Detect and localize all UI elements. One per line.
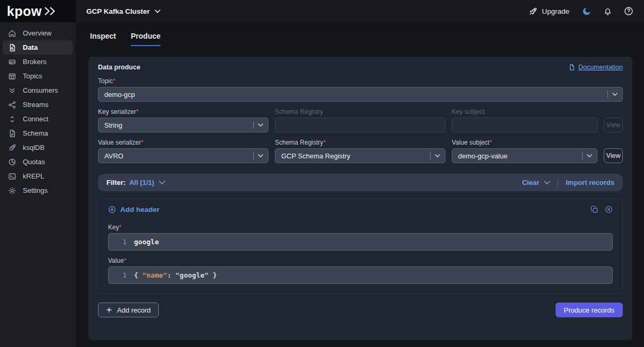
terminal-icon bbox=[8, 172, 16, 181]
key-view-button: View bbox=[604, 118, 623, 132]
sidebar-item-label: ksqlDB bbox=[23, 144, 44, 152]
key-schema-registry-input bbox=[275, 118, 445, 132]
sidebar-item-label: Connect bbox=[23, 115, 48, 123]
add-record-label: Add record bbox=[117, 306, 151, 314]
topic-value: demo-gcp bbox=[104, 91, 607, 99]
sidebar-item-krepl[interactable]: kREPL bbox=[3, 169, 73, 183]
chevron-down-icon bbox=[155, 10, 160, 13]
record-value-label: Value* bbox=[108, 257, 613, 264]
upgrade-button[interactable]: Upgrade bbox=[529, 7, 569, 16]
sidebar-item-label: Settings bbox=[23, 186, 48, 194]
record-key-label: Key* bbox=[108, 224, 613, 231]
filter-value: All (1/1) bbox=[129, 179, 154, 186]
import-records-button[interactable]: Import records bbox=[566, 179, 614, 186]
value-subject-value: demo-gcp-value bbox=[458, 152, 582, 160]
help-icon[interactable] bbox=[624, 6, 633, 16]
plus-circle-icon bbox=[108, 206, 116, 213]
key-schema-registry-label: Schema Registry bbox=[275, 108, 445, 115]
sidebar-item-streams[interactable]: Streams bbox=[3, 97, 73, 112]
tab-inspect[interactable]: Inspect bbox=[90, 32, 116, 46]
record-group: Add header Key* 1 google Value* 1 { "nam… bbox=[98, 198, 623, 294]
sidebar-item-label: Streams bbox=[23, 101, 48, 109]
line-number: 1 bbox=[109, 238, 127, 246]
theme-moon-icon[interactable] bbox=[582, 6, 592, 16]
value-serializer-select[interactable]: AVRO bbox=[98, 148, 269, 163]
brokers-icon bbox=[8, 58, 16, 66]
sidebar-item-brokers[interactable]: Brokers bbox=[3, 55, 73, 69]
gear-icon bbox=[8, 186, 16, 195]
clear-label: Clear bbox=[522, 179, 540, 186]
sidebar-item-ksqldb[interactable]: ksqlDB bbox=[3, 140, 73, 155]
divider bbox=[558, 179, 558, 187]
chevron-down-icon bbox=[544, 181, 550, 184]
filter-dropdown[interactable]: All (1/1) bbox=[129, 179, 165, 186]
value-subject-select[interactable]: demo-gcp-value bbox=[452, 148, 597, 163]
key-serializer-select[interactable]: String bbox=[98, 118, 269, 132]
notifications-bell-icon[interactable] bbox=[603, 7, 612, 16]
remove-record-icon[interactable] bbox=[605, 206, 613, 213]
sidebar-item-label: Brokers bbox=[23, 58, 47, 66]
add-header-button[interactable]: Add header bbox=[108, 206, 159, 213]
plus-icon bbox=[106, 307, 112, 313]
sidebar-item-data[interactable]: Data bbox=[3, 40, 73, 55]
topic-select[interactable]: demo-gcp bbox=[98, 87, 623, 102]
documentation-label: Documentation bbox=[578, 64, 623, 71]
key-subject-input bbox=[452, 118, 597, 132]
record-key-editor[interactable]: 1 google bbox=[108, 233, 613, 251]
topic-label: Topic* bbox=[98, 77, 623, 85]
sidebar-item-quotas[interactable]: Quotas bbox=[3, 155, 73, 169]
tab-bar: Inspect Produce bbox=[76, 22, 644, 46]
connect-sort-icon bbox=[8, 115, 16, 123]
chevron-down-icon bbox=[435, 154, 440, 157]
value-schema-registry-select[interactable]: GCP Schema Registry bbox=[275, 148, 445, 163]
rocket-icon bbox=[529, 7, 538, 16]
clear-button[interactable]: Clear bbox=[522, 179, 551, 186]
record-key-content: google bbox=[134, 238, 159, 246]
streams-share-icon bbox=[8, 101, 16, 109]
sidebar-item-label: Consumers bbox=[23, 86, 58, 94]
produce-records-button[interactable]: Produce records bbox=[556, 302, 623, 317]
chevron-down-icon bbox=[258, 154, 263, 157]
sidebar: Overview Data Brokers Topics Consumers S… bbox=[0, 22, 76, 347]
cluster-name: GCP Kafka Cluster bbox=[86, 7, 150, 15]
record-value-editor[interactable]: 1 { "name": "google" } bbox=[108, 266, 613, 284]
top-bar: kpow GCP Kafka Cluster Upgrade bbox=[0, 0, 644, 22]
data-file-icon bbox=[8, 43, 16, 52]
cluster-selector[interactable]: GCP Kafka Cluster bbox=[86, 7, 160, 15]
sidebar-item-label: Data bbox=[23, 43, 38, 51]
schema-file-icon bbox=[8, 129, 16, 138]
logo-chevrons-icon bbox=[44, 6, 58, 16]
documentation-link[interactable]: Documentation bbox=[568, 64, 623, 71]
sidebar-item-consumers[interactable]: Consumers bbox=[3, 83, 73, 97]
main-content: Inspect Produce Data produce Documentati… bbox=[76, 22, 644, 347]
tab-produce[interactable]: Produce bbox=[131, 32, 160, 46]
topics-table-icon bbox=[8, 72, 16, 81]
chevron-down-icon bbox=[587, 154, 592, 157]
sidebar-item-label: Schema bbox=[23, 129, 48, 137]
sidebar-item-schema[interactable]: Schema bbox=[3, 126, 73, 140]
sidebar-item-overview[interactable]: Overview bbox=[3, 26, 73, 40]
chevron-down-icon bbox=[159, 181, 165, 184]
rocket-icon bbox=[8, 144, 16, 152]
chevron-down-icon bbox=[258, 123, 263, 127]
value-view-button[interactable]: View bbox=[604, 148, 623, 163]
home-icon bbox=[8, 29, 16, 38]
sidebar-item-settings[interactable]: Settings bbox=[3, 183, 73, 198]
copy-record-icon[interactable] bbox=[591, 206, 598, 213]
sidebar-item-label: Quotas bbox=[23, 158, 45, 166]
value-serializer-label: Value serializer* bbox=[98, 139, 269, 146]
key-serializer-value: String bbox=[104, 121, 253, 129]
chevron-down-icon bbox=[612, 93, 618, 96]
consumers-chevrons-icon bbox=[8, 86, 16, 95]
sidebar-item-connect[interactable]: Connect bbox=[3, 112, 73, 126]
key-subject-label: Key subject bbox=[452, 108, 597, 115]
value-subject-label: Value subject* bbox=[452, 139, 597, 146]
add-record-button[interactable]: Add record bbox=[98, 302, 159, 317]
data-produce-card: Data produce Documentation Topic* demo-g… bbox=[88, 57, 632, 340]
record-value-content: { "name": "google" } bbox=[134, 271, 217, 279]
sidebar-item-topics[interactable]: Topics bbox=[3, 69, 73, 83]
sidebar-item-label: Overview bbox=[23, 29, 51, 37]
key-serializer-label: Key serializer* bbox=[98, 108, 269, 115]
logo-text: kpow bbox=[7, 4, 42, 19]
sidebar-item-label: kREPL bbox=[23, 172, 44, 180]
